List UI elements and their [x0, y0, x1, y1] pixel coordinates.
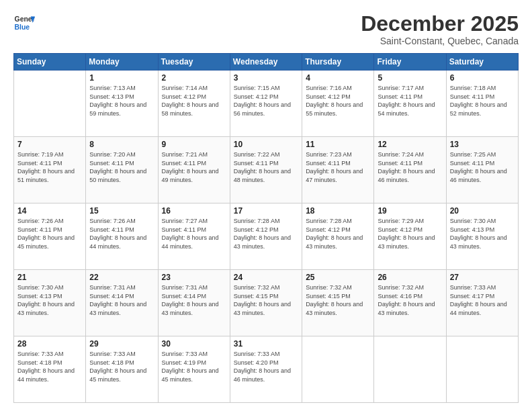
day-number: 27 — [450, 273, 515, 282]
day-number: 17 — [234, 206, 298, 216]
calendar-cell: 20Sunrise: 7:30 AMSunset: 4:13 PMDayligh… — [446, 203, 518, 270]
day-number: 19 — [378, 206, 442, 216]
day-number: 31 — [234, 339, 298, 349]
svg-text:Blue: Blue — [15, 24, 30, 31]
day-number: 15 — [89, 206, 154, 216]
calendar-cell: 13Sunrise: 7:25 AMSunset: 4:11 PMDayligh… — [446, 137, 518, 203]
calendar-cell: 25Sunrise: 7:32 AMSunset: 4:15 PMDayligh… — [302, 270, 374, 336]
logo-icon: General Blue — [13, 12, 35, 34]
calendar-cell: 10Sunrise: 7:22 AMSunset: 4:11 PMDayligh… — [230, 137, 302, 203]
calendar-cell: 14Sunrise: 7:26 AMSunset: 4:11 PMDayligh… — [14, 203, 86, 270]
calendar-cell: 18Sunrise: 7:28 AMSunset: 4:12 PMDayligh… — [302, 203, 374, 270]
cell-info: Sunrise: 7:33 AMSunset: 4:20 PMDaylight:… — [234, 350, 298, 383]
calendar-cell: 19Sunrise: 7:29 AMSunset: 4:12 PMDayligh… — [374, 203, 446, 270]
day-number: 28 — [17, 339, 82, 349]
day-number: 26 — [378, 273, 442, 282]
day-number: 14 — [17, 206, 82, 216]
cell-info: Sunrise: 7:23 AMSunset: 4:11 PMDaylight:… — [306, 150, 370, 184]
col-friday: Friday — [374, 54, 446, 71]
day-number: 5 — [378, 73, 442, 83]
header: General Blue December 2025 Saint-Constan… — [13, 12, 519, 46]
cell-info: Sunrise: 7:13 AMSunset: 4:13 PMDaylight:… — [89, 84, 154, 118]
calendar-week-3: 21Sunrise: 7:30 AMSunset: 4:13 PMDayligh… — [14, 270, 519, 336]
day-number: 8 — [89, 140, 154, 149]
col-monday: Monday — [86, 54, 158, 71]
calendar-cell: 31Sunrise: 7:33 AMSunset: 4:20 PMDayligh… — [230, 336, 302, 403]
calendar-cell: 5Sunrise: 7:17 AMSunset: 4:11 PMDaylight… — [374, 71, 446, 137]
cell-info: Sunrise: 7:18 AMSunset: 4:11 PMDaylight:… — [450, 84, 515, 118]
cell-info: Sunrise: 7:33 AMSunset: 4:17 PMDaylight:… — [450, 283, 515, 317]
day-number: 1 — [89, 73, 154, 83]
calendar-cell: 4Sunrise: 7:16 AMSunset: 4:12 PMDaylight… — [302, 71, 374, 137]
calendar-cell: 17Sunrise: 7:28 AMSunset: 4:12 PMDayligh… — [230, 203, 302, 270]
day-number: 13 — [450, 140, 515, 149]
calendar-cell: 26Sunrise: 7:32 AMSunset: 4:16 PMDayligh… — [374, 270, 446, 336]
calendar-cell: 27Sunrise: 7:33 AMSunset: 4:17 PMDayligh… — [446, 270, 518, 336]
calendar-cell: 3Sunrise: 7:15 AMSunset: 4:12 PMDaylight… — [230, 71, 302, 137]
calendar-cell: 6Sunrise: 7:18 AMSunset: 4:11 PMDaylight… — [446, 71, 518, 137]
cell-info: Sunrise: 7:33 AMSunset: 4:19 PMDaylight:… — [162, 350, 226, 383]
cell-info: Sunrise: 7:21 AMSunset: 4:11 PMDaylight:… — [162, 150, 226, 184]
cell-info: Sunrise: 7:30 AMSunset: 4:13 PMDaylight:… — [450, 217, 515, 250]
day-number: 18 — [306, 206, 370, 216]
calendar-cell: 21Sunrise: 7:30 AMSunset: 4:13 PMDayligh… — [14, 270, 86, 336]
day-number: 25 — [306, 273, 370, 282]
cell-info: Sunrise: 7:32 AMSunset: 4:15 PMDaylight:… — [234, 283, 298, 317]
cell-info: Sunrise: 7:31 AMSunset: 4:14 PMDaylight:… — [162, 283, 226, 317]
col-wednesday: Wednesday — [230, 54, 302, 71]
cell-info: Sunrise: 7:28 AMSunset: 4:12 PMDaylight:… — [306, 217, 370, 250]
day-number: 23 — [162, 273, 226, 282]
cell-info: Sunrise: 7:33 AMSunset: 4:18 PMDaylight:… — [17, 350, 82, 383]
col-sunday: Sunday — [14, 54, 86, 71]
calendar-cell: 12Sunrise: 7:24 AMSunset: 4:11 PMDayligh… — [374, 137, 446, 203]
calendar-cell: 2Sunrise: 7:14 AMSunset: 4:12 PMDaylight… — [158, 71, 230, 137]
col-tuesday: Tuesday — [158, 54, 230, 71]
cell-info: Sunrise: 7:31 AMSunset: 4:14 PMDaylight:… — [89, 283, 154, 317]
cell-info: Sunrise: 7:24 AMSunset: 4:11 PMDaylight:… — [378, 150, 442, 184]
day-number: 21 — [17, 273, 82, 282]
calendar-cell — [302, 336, 374, 403]
cell-info: Sunrise: 7:32 AMSunset: 4:15 PMDaylight:… — [306, 283, 370, 317]
day-number: 22 — [89, 273, 154, 282]
day-number: 7 — [17, 140, 82, 149]
day-number: 20 — [450, 206, 515, 216]
header-row: Sunday Monday Tuesday Wednesday Thursday… — [14, 54, 519, 71]
calendar-week-0: 1Sunrise: 7:13 AMSunset: 4:13 PMDaylight… — [14, 71, 519, 137]
col-saturday: Saturday — [446, 54, 518, 71]
day-number: 29 — [89, 339, 154, 349]
day-number: 12 — [378, 140, 442, 149]
cell-info: Sunrise: 7:26 AMSunset: 4:11 PMDaylight:… — [17, 217, 82, 250]
calendar-cell: 8Sunrise: 7:20 AMSunset: 4:11 PMDaylight… — [86, 137, 158, 203]
calendar-subtitle: Saint-Constant, Quebec, Canada — [361, 36, 519, 46]
cell-info: Sunrise: 7:30 AMSunset: 4:13 PMDaylight:… — [17, 283, 82, 317]
day-number: 4 — [306, 73, 370, 83]
calendar-cell: 15Sunrise: 7:26 AMSunset: 4:11 PMDayligh… — [86, 203, 158, 270]
cell-info: Sunrise: 7:28 AMSunset: 4:12 PMDaylight:… — [234, 217, 298, 250]
cell-info: Sunrise: 7:29 AMSunset: 4:12 PMDaylight:… — [378, 217, 442, 250]
cell-info: Sunrise: 7:19 AMSunset: 4:11 PMDaylight:… — [17, 150, 82, 184]
day-number: 2 — [162, 73, 226, 83]
calendar-cell: 24Sunrise: 7:32 AMSunset: 4:15 PMDayligh… — [230, 270, 302, 336]
calendar-table: Sunday Monday Tuesday Wednesday Thursday… — [13, 53, 519, 403]
calendar-cell: 22Sunrise: 7:31 AMSunset: 4:14 PMDayligh… — [86, 270, 158, 336]
day-number: 10 — [234, 140, 298, 149]
cell-info: Sunrise: 7:27 AMSunset: 4:11 PMDaylight:… — [162, 217, 226, 250]
cell-info: Sunrise: 7:14 AMSunset: 4:12 PMDaylight:… — [162, 84, 226, 118]
day-number: 11 — [306, 140, 370, 149]
day-number: 24 — [234, 273, 298, 282]
calendar-cell: 30Sunrise: 7:33 AMSunset: 4:19 PMDayligh… — [158, 336, 230, 403]
cell-info: Sunrise: 7:20 AMSunset: 4:11 PMDaylight:… — [89, 150, 154, 184]
calendar-cell: 1Sunrise: 7:13 AMSunset: 4:13 PMDaylight… — [86, 71, 158, 137]
calendar-cell — [374, 336, 446, 403]
page: General Blue December 2025 Saint-Constan… — [0, 0, 532, 411]
day-number: 16 — [162, 206, 226, 216]
cell-info: Sunrise: 7:25 AMSunset: 4:11 PMDaylight:… — [450, 150, 515, 184]
calendar-title: December 2025 — [361, 12, 519, 36]
calendar-week-2: 14Sunrise: 7:26 AMSunset: 4:11 PMDayligh… — [14, 203, 519, 270]
calendar-cell — [446, 336, 518, 403]
calendar-cell: 29Sunrise: 7:33 AMSunset: 4:18 PMDayligh… — [86, 336, 158, 403]
day-number: 30 — [162, 339, 226, 349]
day-number: 6 — [450, 73, 515, 83]
calendar-cell: 7Sunrise: 7:19 AMSunset: 4:11 PMDaylight… — [14, 137, 86, 203]
cell-info: Sunrise: 7:22 AMSunset: 4:11 PMDaylight:… — [234, 150, 298, 184]
